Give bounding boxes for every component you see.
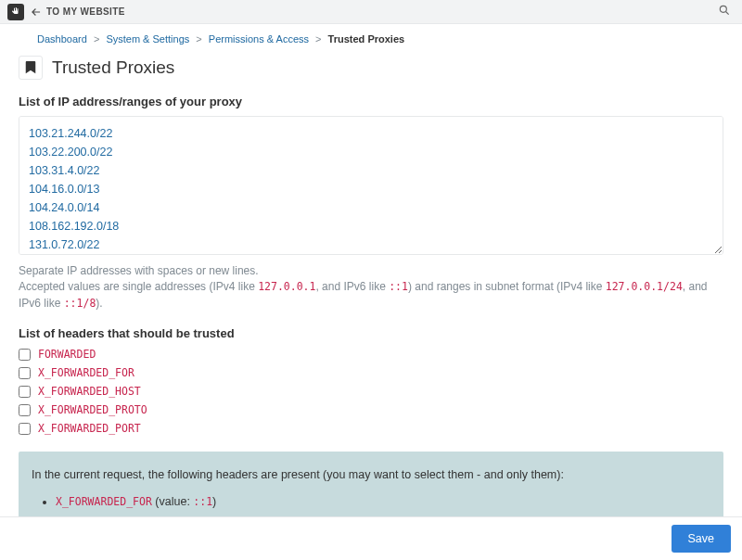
topbar: TO MY WEBSITE xyxy=(0,0,742,24)
header-option-x-forwarded-host: X_FORWARDED_HOST xyxy=(19,385,723,398)
arrow-left-icon xyxy=(30,6,43,19)
present-header-value: ::1 xyxy=(193,495,212,508)
breadcrumb: Dashboard > System & Settings > Permissi… xyxy=(19,24,723,50)
headers-section-label: List of headers that should be trusted xyxy=(19,326,723,340)
breadcrumb-item-system[interactable]: System & Settings xyxy=(106,33,189,45)
page-title: Trusted Proxies xyxy=(52,57,174,78)
back-to-site-link[interactable]: TO MY WEBSITE xyxy=(30,6,125,19)
header-checkbox-x-forwarded-host[interactable] xyxy=(19,386,31,398)
header-option-x-forwarded-for: X_FORWARDED_FOR xyxy=(19,366,723,379)
search-icon xyxy=(718,4,731,17)
save-button[interactable]: Save xyxy=(672,525,732,553)
header-label[interactable]: X_FORWARDED_FOR xyxy=(38,366,134,379)
header-checkbox-forwarded[interactable] xyxy=(19,349,31,361)
ip-list-input[interactable] xyxy=(19,116,723,255)
breadcrumb-current: Trusted Proxies xyxy=(328,33,405,45)
page-content: Dashboard > System & Settings > Permissi… xyxy=(0,24,742,560)
breadcrumb-sep: > xyxy=(315,33,321,45)
ip-section-label: List of IP address/ranges of your proxy xyxy=(19,95,723,108)
breadcrumb-sep: > xyxy=(94,33,99,45)
header-option-forwarded: FORWARDED xyxy=(19,348,723,361)
ip-example-ipv4: 127.0.0.1 xyxy=(258,280,315,293)
ip-help-line1: Separate IP addresses with spaces or new… xyxy=(19,263,723,279)
hand-icon xyxy=(10,6,21,18)
page-title-row: Trusted Proxies xyxy=(19,56,723,80)
app-logo[interactable] xyxy=(7,4,24,20)
page-icon-box xyxy=(19,56,43,80)
header-option-x-forwarded-proto: X_FORWARDED_PROTO xyxy=(19,403,723,416)
ip-help-text: Separate IP addresses with spaces or new… xyxy=(19,263,723,312)
ip-example-ipv6-cidr: ::1/8 xyxy=(64,297,96,310)
info-intro: In the current request, the following he… xyxy=(32,466,709,484)
header-option-x-forwarded-port: X_FORWARDED_PORT xyxy=(19,422,723,435)
footer-bar: Save xyxy=(0,516,742,560)
ip-help-line2: Accepted values are single addresses (IP… xyxy=(19,279,723,312)
present-header-item: X_FORWARDED_FOR (value: ::1) xyxy=(56,493,709,511)
header-checkbox-x-forwarded-for[interactable] xyxy=(19,367,31,379)
search-button[interactable] xyxy=(714,0,735,23)
bookmark-icon xyxy=(25,61,36,74)
header-label[interactable]: X_FORWARDED_PORT xyxy=(38,422,141,435)
back-label: TO MY WEBSITE xyxy=(46,6,125,17)
ip-example-ipv6: ::1 xyxy=(389,280,408,293)
breadcrumb-item-dashboard[interactable]: Dashboard xyxy=(37,33,87,45)
svg-point-0 xyxy=(720,6,726,12)
header-label[interactable]: X_FORWARDED_PROTO xyxy=(38,403,147,416)
present-header-name: X_FORWARDED_FOR xyxy=(56,495,152,508)
header-label[interactable]: FORWARDED xyxy=(38,348,96,361)
header-checkbox-x-forwarded-port[interactable] xyxy=(19,423,31,435)
header-label[interactable]: X_FORWARDED_HOST xyxy=(38,385,141,398)
ip-example-ipv4-cidr: 127.0.0.1/24 xyxy=(606,280,683,293)
breadcrumb-sep: > xyxy=(196,33,201,45)
breadcrumb-item-permissions[interactable]: Permissions & Access xyxy=(209,33,309,45)
header-checkbox-x-forwarded-proto[interactable] xyxy=(19,404,31,416)
